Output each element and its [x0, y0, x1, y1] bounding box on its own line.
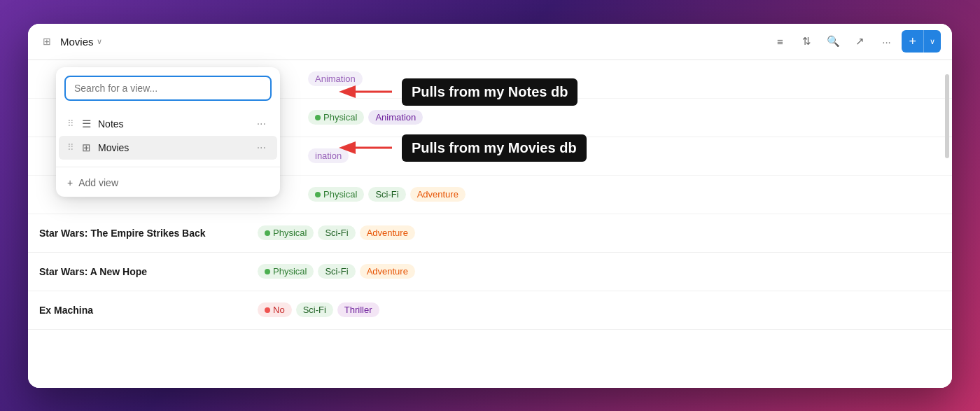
tag-animation: Animation	[368, 110, 423, 125]
app-window: ⊞ Movies ∨ ≡ ⇅ 🔍 ↗ ··· + ∨	[28, 24, 952, 388]
tag-scifi: Sci-Fi	[318, 264, 355, 279]
view-list: ⠿ ☰ Notes ··· ⠿ ⊞ Movies ···	[56, 109, 280, 162]
tags-row-6: No Sci-Fi Thriller	[258, 302, 379, 317]
search-icon: 🔍	[827, 35, 840, 48]
view-label-movies: Movies	[98, 142, 248, 153]
more-button[interactable]: ···	[875, 30, 897, 53]
movie-title: Star Wars: A New Hope	[39, 266, 249, 277]
gallery-icon: ⊞	[80, 141, 92, 154]
add-chevron-icon[interactable]: ∨	[924, 30, 941, 53]
tags-row-4: Physical Sci-Fi Adventure	[258, 225, 415, 240]
tag-physical: Physical	[258, 225, 314, 240]
more-icon: ···	[882, 36, 891, 48]
tag-thriller: Thriller	[337, 302, 379, 317]
top-bar-actions: ≡ ⇅ 🔍 ↗ ··· + ∨	[769, 30, 941, 53]
view-label-notes: Notes	[98, 118, 248, 130]
drag-handle-notes-icon: ⠿	[67, 118, 74, 129]
drag-handle-movies-icon: ⠿	[67, 142, 74, 153]
search-button[interactable]: 🔍	[822, 30, 844, 53]
movie-title: Star Wars: The Empire Strikes Back	[39, 228, 249, 239]
view-item-movies[interactable]: ⠿ ⊞ Movies ···	[59, 136, 277, 160]
tags-row-1: Physical Animation	[308, 110, 423, 125]
tags-row-3: Physical Sci-Fi Adventure	[308, 187, 465, 202]
filter-button[interactable]: ≡	[769, 30, 791, 53]
add-view-label: Add view	[78, 177, 118, 188]
top-bar: ⊞ Movies ∨ ≡ ⇅ 🔍 ↗ ··· + ∨	[28, 24, 952, 60]
search-box	[56, 67, 280, 109]
tag-adventure: Adventure	[410, 187, 465, 202]
link-button[interactable]: ↗	[848, 30, 871, 53]
physical-dot-icon	[315, 192, 321, 197]
tag-physical: Physical	[258, 264, 314, 279]
movies-annotation-label: Pulls from my Movies db	[402, 134, 587, 162]
plus-icon: +	[67, 177, 73, 188]
db-icon: ⊞	[39, 34, 55, 49]
view-item-notes[interactable]: ⠿ ☰ Notes ···	[59, 112, 277, 136]
table-row: Star Wars: A New Hope Physical Sci-Fi Ad…	[28, 253, 952, 291]
tag-scifi: Sci-Fi	[318, 225, 355, 240]
sort-button[interactable]: ⇅	[795, 30, 818, 53]
physical-dot-icon	[265, 269, 270, 274]
physical-dot-icon	[315, 115, 321, 120]
add-view-button[interactable]: + Add view	[56, 172, 280, 197]
tag-scifi: Sci-Fi	[368, 187, 405, 202]
tags-row-5: Physical Sci-Fi Adventure	[258, 264, 415, 279]
view-more-notes-icon[interactable]: ···	[254, 116, 269, 132]
view-more-movies-icon[interactable]: ···	[254, 140, 269, 155]
db-title-text: Movies	[60, 36, 94, 48]
db-title-button[interactable]: Movies ∨	[60, 36, 102, 48]
tag-adventure: Adventure	[360, 264, 415, 279]
add-plus-icon[interactable]: +	[902, 30, 924, 53]
view-picker-dropdown: ⠿ ☰ Notes ··· ⠿ ⊞ Movies ··· + Add view	[56, 67, 280, 197]
movies-arrow	[336, 135, 399, 160]
tag-no: No	[258, 302, 292, 317]
scrollbar[interactable]	[945, 74, 949, 388]
no-dot-icon	[265, 307, 270, 313]
sort-icon: ⇅	[802, 35, 811, 48]
filter-icon: ≡	[777, 36, 783, 48]
link-icon: ↗	[855, 35, 864, 48]
notes-annotation-label: Pulls from my Notes db	[402, 78, 578, 106]
main-area: ⠿ ☰ Notes ··· ⠿ ⊞ Movies ··· + Add view	[28, 60, 952, 388]
table-row: Ex Machina No Sci-Fi Thriller	[28, 291, 952, 330]
physical-dot-icon	[265, 230, 270, 236]
search-input[interactable]	[64, 76, 272, 101]
title-chevron-icon: ∨	[97, 37, 102, 46]
movie-title: Ex Machina	[39, 305, 249, 316]
divider	[56, 167, 280, 167]
table-row: Star Wars: The Empire Strikes Back Physi…	[28, 214, 952, 253]
tag-adventure: Adventure	[360, 225, 415, 240]
tag-scifi: Sci-Fi	[296, 302, 333, 317]
notes-arrow	[336, 79, 399, 104]
tag-physical: Physical	[308, 110, 364, 125]
tag-physical: Physical	[308, 187, 364, 202]
add-button[interactable]: + ∨	[902, 30, 941, 53]
list-icon: ☰	[80, 118, 92, 130]
scrollbar-thumb[interactable]	[945, 74, 949, 158]
